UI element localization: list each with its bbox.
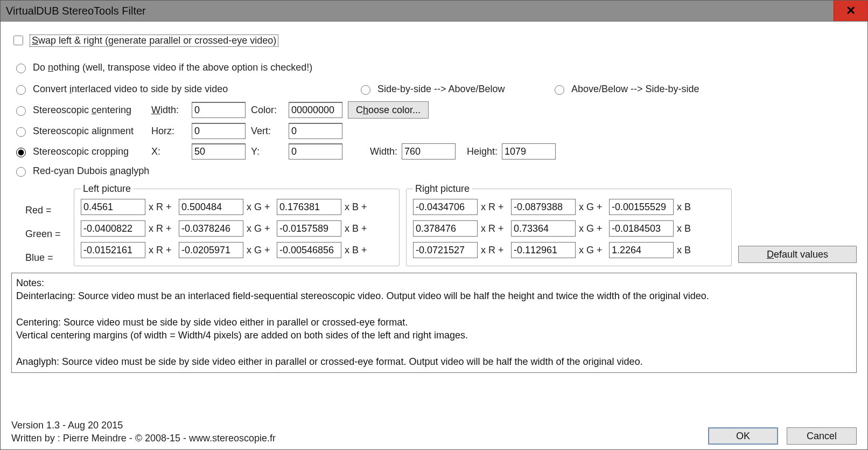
right-b-r[interactable] [413, 242, 478, 258]
left-b-g[interactable] [179, 242, 243, 258]
right-g-g[interactable] [511, 220, 576, 237]
crop-height-label: Height: [461, 146, 502, 157]
footer-info: Version 1.3 - Aug 20 2015 Written by : P… [11, 419, 276, 445]
radio-anaglyph[interactable]: Red-cyan Dubois anaglyph [13, 165, 149, 177]
radio-ab-to-sbs-label: Above/Below --> Side-by-side [571, 84, 699, 95]
radio-ab-to-sbs[interactable]: Above/Below --> Side-by-side [552, 84, 699, 95]
radio-cropping[interactable]: Stereoscopic cropping [13, 146, 151, 157]
right-g-b[interactable] [609, 220, 674, 237]
color-input[interactable] [289, 102, 342, 118]
version-text: Version 1.3 - Aug 20 2015 [11, 419, 276, 432]
swap-option[interactable]: Swap left & right (generate parallel or … [11, 34, 278, 47]
width-label: Width: [151, 105, 192, 116]
left-r-g[interactable] [179, 199, 243, 215]
notes-line-4: Anaglyph: Source video must be side by s… [16, 356, 643, 367]
radio-do-nothing-input[interactable] [16, 64, 26, 73]
left-b-b[interactable] [277, 242, 341, 258]
horz-input[interactable] [192, 123, 246, 139]
crop-height-input[interactable] [502, 143, 556, 160]
radio-do-nothing[interactable]: Do nothing (well, transpose video if the… [13, 62, 312, 73]
notes-line-1: Deinterlacing: Source video must be an i… [16, 290, 709, 301]
left-r-r[interactable] [81, 199, 145, 215]
radio-anaglyph-input[interactable] [16, 167, 26, 177]
radio-anaglyph-label: Red-cyan Dubois anaglyph [33, 165, 149, 177]
right-picture-group: Right picture x R + x G + x B x R + x G … [406, 183, 732, 266]
notes-line-3: Vertical centering margins (of width = W… [16, 330, 468, 341]
left-b-r[interactable] [81, 242, 145, 258]
vert-input[interactable] [289, 123, 342, 139]
radio-sbs-to-ab-input[interactable] [361, 85, 370, 95]
radio-sbs-to-ab[interactable]: Side-by-side --> Above/Below [358, 84, 552, 95]
default-values-button[interactable]: Default values [738, 246, 857, 263]
notes-title: Notes: [16, 278, 44, 288]
radio-centering[interactable]: Stereoscopic centering [13, 105, 151, 116]
choose-color-button[interactable]: Choose color... [348, 101, 429, 119]
right-b-b[interactable] [609, 242, 674, 258]
radio-sbs-to-ab-label: Side-by-side --> Above/Below [377, 84, 505, 95]
left-r-b[interactable] [277, 199, 341, 215]
radio-cropping-input[interactable] [16, 148, 26, 157]
titlebar: VirtualDUB StereoTools Filter ✕ [1, 1, 867, 22]
left-g-b[interactable] [277, 220, 341, 237]
window-title: VirtualDUB StereoTools Filter [1, 5, 146, 17]
right-picture-legend: Right picture [413, 183, 472, 195]
crop-y-input[interactable] [289, 143, 342, 160]
radio-convert-interlaced-input[interactable] [16, 85, 26, 95]
x-label: X: [151, 146, 192, 157]
crop-x-input[interactable] [192, 143, 246, 160]
vert-label: Vert: [251, 126, 289, 137]
right-r-g[interactable] [511, 199, 576, 215]
left-picture-legend: Left picture [81, 183, 133, 195]
notes-line-2: Centering: Source video must be side by … [16, 317, 408, 328]
matrix-blue-label: Blue = [11, 252, 67, 264]
cancel-button[interactable]: Cancel [787, 427, 857, 445]
swap-label: Swap left & right (generate parallel or … [30, 35, 278, 46]
ok-button[interactable]: OK [708, 427, 778, 445]
radio-convert-interlaced-label: Convert interlaced video to side by side… [33, 84, 228, 95]
right-b-g[interactable] [511, 242, 576, 258]
close-icon: ✕ [846, 4, 856, 18]
radio-centering-input[interactable] [16, 106, 26, 116]
matrix-red-label: Red = [11, 205, 67, 216]
author-text: Written by : Pierre Meindre - © 2008-15 … [11, 432, 276, 445]
radio-do-nothing-label: Do nothing (well, transpose video if the… [33, 62, 312, 73]
crop-width-input[interactable] [402, 143, 456, 160]
close-button[interactable]: ✕ [834, 1, 867, 21]
radio-cropping-label: Stereoscopic cropping [33, 146, 129, 157]
radio-centering-label: Stereoscopic centering [33, 105, 131, 116]
centering-width-input[interactable] [192, 102, 246, 118]
right-r-b[interactable] [609, 199, 674, 215]
radio-alignment-label: Stereoscopic alignment [33, 126, 134, 137]
radio-ab-to-sbs-input[interactable] [555, 85, 564, 95]
radio-alignment-input[interactable] [16, 127, 26, 137]
left-picture-group: Left picture x R + x G + x B + x R + x G… [74, 183, 400, 266]
matrix-green-label: Green = [11, 229, 67, 240]
crop-width-label: Width: [348, 146, 402, 157]
right-g-r[interactable] [413, 220, 478, 237]
y-label: Y: [251, 146, 289, 157]
left-g-r[interactable] [81, 220, 145, 237]
right-r-r[interactable] [413, 199, 478, 215]
swap-checkbox[interactable] [13, 36, 23, 45]
radio-alignment[interactable]: Stereoscopic alignment [13, 126, 151, 137]
color-label: Color: [251, 105, 289, 116]
horz-label: Horz: [151, 126, 192, 137]
radio-convert-interlaced[interactable]: Convert interlaced video to side by side… [13, 84, 358, 95]
left-g-g[interactable] [179, 220, 243, 237]
notes-box: Notes: Deinterlacing: Source video must … [11, 273, 857, 373]
